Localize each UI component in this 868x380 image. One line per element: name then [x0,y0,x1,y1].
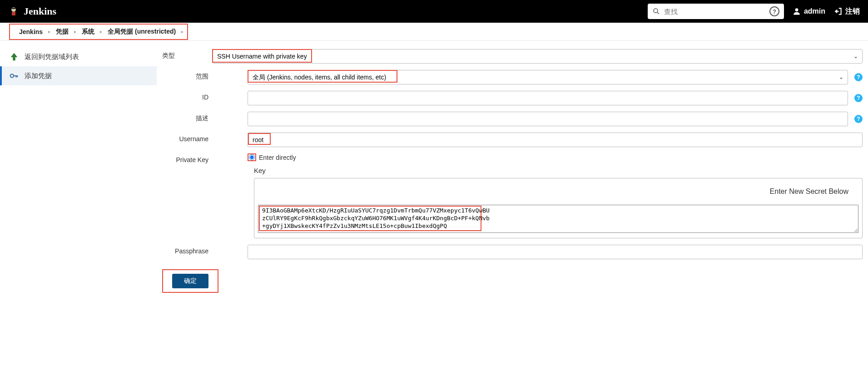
logout-icon [833,7,843,16]
username-label: admin [804,7,825,15]
help-icon[interactable]: ? [854,115,863,123]
brand-name: Jenkins [24,5,56,17]
svg-rect-2 [11,8,16,9]
key-label: Key [254,167,863,174]
logout-label: 注销 [845,7,860,16]
header-right: ? admin 注销 [648,4,860,19]
search-box[interactable]: ? [648,4,784,19]
crumb-global[interactable]: 全局凭据 (unrestricted) [102,28,181,36]
search-input[interactable] [664,8,766,15]
jenkins-logo-icon [8,6,19,17]
key-textarea[interactable] [258,205,858,233]
svg-rect-1 [12,12,15,15]
key-header: Enter New Secret Below [254,178,862,205]
search-icon [652,7,660,15]
enter-directly-radio[interactable] [249,154,255,160]
breadcrumb-highlight: Jenkins ▸ 凭据 ▸ 系统 ▸ 全局凭据 (unrestricted) … [9,24,188,40]
desc-label: 描述 [162,112,212,123]
svg-point-3 [654,9,658,13]
key-container: Enter New Secret Below [254,178,863,238]
sidebar: 返回到凭据域列表 添加凭据 [0,41,157,306]
sidebar-add-label: 添加凭据 [25,72,52,80]
crumb-system[interactable]: 系统 [76,28,100,36]
username-label: Username [162,133,212,143]
type-label: 类型 [162,49,212,60]
user-icon [792,7,801,16]
sidebar-add-credentials[interactable]: 添加凭据 [0,66,157,85]
svg-point-7 [10,74,14,77]
highlight-box [248,153,256,161]
submit-button[interactable]: 确定 [172,274,208,288]
type-select[interactable]: SSH Username with private key [212,49,863,64]
scope-select[interactable]: 全局 (Jenkins, nodes, items, all child ite… [248,70,848,84]
main-content: 类型 SSH Username with private key ⌄ 范围 全局… [157,41,868,306]
logout-link[interactable]: 注销 [833,7,860,16]
crumb-credentials[interactable]: 凭据 [50,28,74,36]
username-input[interactable] [248,133,863,147]
desc-input[interactable] [248,112,848,126]
passphrase-label: Passphrase [162,245,212,255]
id-input[interactable] [248,91,848,105]
passphrase-input[interactable] [248,245,863,259]
enter-directly-label: Enter directly [259,154,296,161]
svg-line-4 [657,12,659,14]
highlight-box: 确定 [162,269,218,293]
help-icon[interactable]: ? [854,94,863,102]
chevron-right-icon: ▸ [181,29,184,34]
search-help-icon[interactable]: ? [769,6,779,16]
user-link[interactable]: admin [792,7,825,16]
scope-label: 范围 [162,70,212,81]
sidebar-back[interactable]: 返回到凭据域列表 [0,47,157,66]
top-header: Jenkins ? admin 注销 [0,0,868,23]
up-arrow-icon [9,52,19,62]
sidebar-back-label: 返回到凭据域列表 [25,53,79,61]
breadcrumb-bar: Jenkins ▸ 凭据 ▸ 系统 ▸ 全局凭据 (unrestricted) … [0,23,868,41]
svg-point-5 [795,8,799,11]
brand-section[interactable]: Jenkins [8,5,56,17]
id-label: ID [162,91,212,101]
pkey-label: Private Key [162,153,212,163]
key-icon [9,71,19,81]
help-icon[interactable]: ? [854,73,863,81]
crumb-jenkins[interactable]: Jenkins [14,28,48,35]
